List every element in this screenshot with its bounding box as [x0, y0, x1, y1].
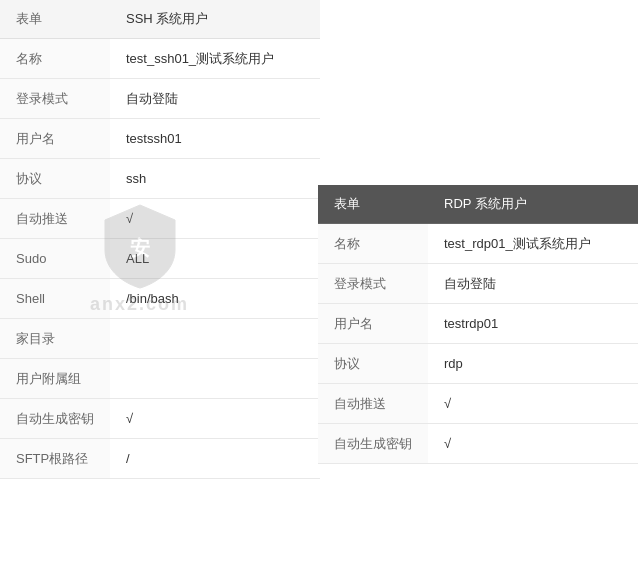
row-value: ALL — [110, 239, 320, 279]
tables-container: 表单 SSH 系统用户 名称test_ssh01_测试系统用户登录模式自动登陆用… — [0, 0, 638, 479]
row-label: 协议 — [0, 159, 110, 199]
left-table-col1-header: 表单 — [0, 0, 110, 39]
row-value — [110, 359, 320, 399]
row-value: √ — [110, 399, 320, 439]
row-label: 登录模式 — [318, 264, 428, 304]
row-value: √ — [110, 199, 320, 239]
table-row: Shell/bin/bash — [0, 279, 320, 319]
right-table-col1-header: 表单 — [318, 185, 428, 224]
row-label: 协议 — [318, 344, 428, 384]
row-value: √ — [428, 424, 638, 464]
table-row: 登录模式自动登陆 — [0, 79, 320, 119]
row-label: 自动推送 — [318, 384, 428, 424]
table-row: SudoALL — [0, 239, 320, 279]
row-label: 自动生成密钥 — [318, 424, 428, 464]
table-row: 家目录 — [0, 319, 320, 359]
table-row: 协议ssh — [0, 159, 320, 199]
row-label: 名称 — [0, 39, 110, 79]
row-label: 用户名 — [318, 304, 428, 344]
row-value: testrdp01 — [428, 304, 638, 344]
row-value: ssh — [110, 159, 320, 199]
table-row: 名称test_ssh01_测试系统用户 — [0, 39, 320, 79]
table-row: 自动推送√ — [0, 199, 320, 239]
right-table: 表单 RDP 系统用户 名称test_rdp01_测试系统用户登录模式自动登陆用… — [318, 185, 638, 464]
row-label: 登录模式 — [0, 79, 110, 119]
row-label: 用户名 — [0, 119, 110, 159]
table-row: 用户名testssh01 — [0, 119, 320, 159]
row-value: rdp — [428, 344, 638, 384]
table-row: 自动推送√ — [318, 384, 638, 424]
right-table-col2-header: RDP 系统用户 — [428, 185, 638, 224]
row-label: 名称 — [318, 224, 428, 264]
table-row: 名称test_rdp01_测试系统用户 — [318, 224, 638, 264]
table-row: 用户附属组 — [0, 359, 320, 399]
table-row: SFTP根路径/ — [0, 439, 320, 479]
row-label: 家目录 — [0, 319, 110, 359]
row-label: 自动生成密钥 — [0, 399, 110, 439]
row-label: SFTP根路径 — [0, 439, 110, 479]
table-row: 登录模式自动登陆 — [318, 264, 638, 304]
table-row: 自动生成密钥√ — [318, 424, 638, 464]
right-table-wrapper: 表单 RDP 系统用户 名称test_rdp01_测试系统用户登录模式自动登陆用… — [318, 185, 638, 464]
left-table-col2-header: SSH 系统用户 — [110, 0, 320, 39]
row-label: 自动推送 — [0, 199, 110, 239]
row-label: 用户附属组 — [0, 359, 110, 399]
row-value: /bin/bash — [110, 279, 320, 319]
row-value: test_ssh01_测试系统用户 — [110, 39, 320, 79]
row-value — [110, 319, 320, 359]
row-value: 自动登陆 — [428, 264, 638, 304]
row-label: Shell — [0, 279, 110, 319]
table-row: 自动生成密钥√ — [0, 399, 320, 439]
left-table: 表单 SSH 系统用户 名称test_ssh01_测试系统用户登录模式自动登陆用… — [0, 0, 320, 479]
row-value: √ — [428, 384, 638, 424]
row-value: test_rdp01_测试系统用户 — [428, 224, 638, 264]
row-value: 自动登陆 — [110, 79, 320, 119]
row-label: Sudo — [0, 239, 110, 279]
row-value: testssh01 — [110, 119, 320, 159]
table-row: 用户名testrdp01 — [318, 304, 638, 344]
table-row: 协议rdp — [318, 344, 638, 384]
row-value: / — [110, 439, 320, 479]
